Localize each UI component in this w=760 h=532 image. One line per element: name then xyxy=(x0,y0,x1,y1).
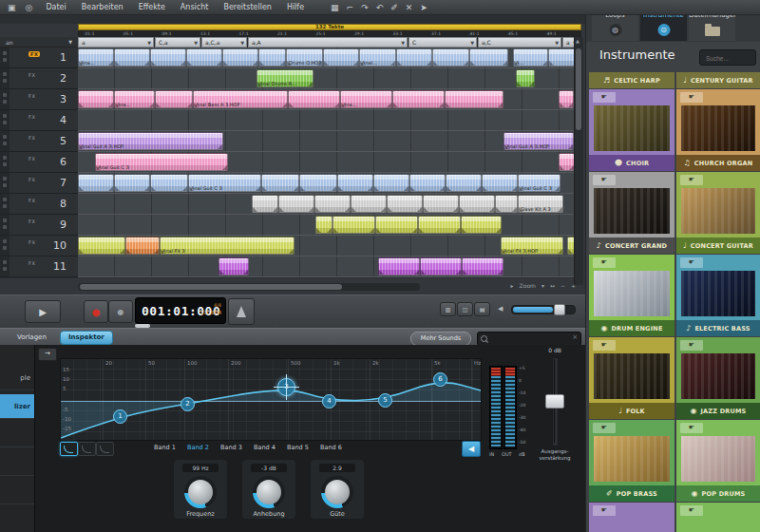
audio-clip[interactable] xyxy=(462,257,504,276)
mute-icon[interactable] xyxy=(3,177,7,180)
track-header-8[interactable]: FX8 xyxy=(0,194,78,215)
track-lane-4[interactable] xyxy=(78,110,581,131)
menu-item-hilfe[interactable]: Hilfe xyxy=(279,0,312,14)
bookmark-chip[interactable]: ☛ xyxy=(680,92,703,103)
audio-clip[interactable] xyxy=(373,174,409,192)
audio-clip[interactable] xyxy=(222,48,258,66)
track-lane-5[interactable]: Anal Guit A 3.HOPAnal Guit A 3.HOP xyxy=(78,131,581,152)
tab-vorlagen[interactable]: Vorlagen xyxy=(10,332,54,344)
track-header-5[interactable]: FX5 xyxy=(0,131,78,152)
chord-cell[interactable]: a,C▼ xyxy=(478,37,561,48)
band-tab-5[interactable]: Band 5 xyxy=(287,444,309,451)
band-tab-2[interactable]: Band 2 xyxy=(187,444,209,451)
audio-clip[interactable] xyxy=(218,257,249,276)
audio-clip[interactable] xyxy=(418,216,461,234)
solo-icon[interactable] xyxy=(3,100,7,104)
instrument-tile-pop-brass[interactable]: ☛✐POP BRASS xyxy=(589,420,674,502)
time-display[interactable]: 001:01:000 4/4 110 BPM xyxy=(135,297,226,324)
knob-frequenz[interactable] xyxy=(184,476,217,508)
audio-clip[interactable] xyxy=(150,48,186,66)
audio-clip[interactable]: Slave Kit A 3 xyxy=(518,195,563,213)
eq-node-6[interactable]: 6 xyxy=(433,372,447,387)
eq-node-5[interactable]: 5 xyxy=(378,393,392,408)
track-lane-6[interactable]: Anal Guit C 3 xyxy=(78,152,581,173)
fx-button[interactable]: FX xyxy=(28,177,35,182)
audio-clip[interactable] xyxy=(423,195,459,213)
instrument-tile-concert-guitar[interactable]: ☛♩CONCERT GUITAR xyxy=(676,172,760,254)
track-header-2[interactable]: FX2 xyxy=(0,68,78,89)
solo-icon[interactable] xyxy=(3,121,7,124)
track-header-1[interactable]: FX1 xyxy=(0,48,78,68)
fx-button[interactable]: FX xyxy=(28,198,35,203)
instrument-tile-church-organ[interactable]: ☛♫CHURCH ORGAN xyxy=(676,89,760,171)
eq-node-1[interactable]: 1 xyxy=(113,409,127,424)
solo-icon[interactable] xyxy=(3,142,7,145)
audio-clip[interactable] xyxy=(258,48,286,66)
mute-icon[interactable] xyxy=(3,260,7,264)
band-tab-4[interactable]: Band 4 xyxy=(254,444,276,451)
solo-icon[interactable] xyxy=(3,225,7,229)
audio-clip[interactable] xyxy=(446,174,482,192)
monitor-view-button[interactable]: ◫ xyxy=(457,302,473,316)
output-gain-handle[interactable] xyxy=(545,394,564,408)
track-header-7[interactable]: FX7 xyxy=(0,173,78,194)
menu-item-effekte[interactable]: Effekte xyxy=(131,0,173,14)
menu-item-ansicht[interactable]: Ansicht xyxy=(173,0,217,14)
solo-icon[interactable] xyxy=(3,58,7,62)
audio-clip[interactable]: Anal... xyxy=(359,48,396,66)
audio-clip[interactable] xyxy=(396,48,432,66)
knob-anhebung[interactable] xyxy=(253,476,285,508)
play-button[interactable]: ▶ xyxy=(25,300,61,323)
delete-tool-icon[interactable]: ✕ xyxy=(402,1,417,14)
instrument-tile-drum-engine[interactable]: ☛◉DRUM ENGINE xyxy=(589,255,674,336)
record-button[interactable]: ● xyxy=(84,300,108,323)
band-tab-1[interactable]: Band 1 xyxy=(154,444,176,451)
mute-icon[interactable] xyxy=(3,72,7,76)
draw-tool-icon[interactable]: ✐ xyxy=(387,1,402,14)
audio-clip[interactable]: Anal Guit C 3 xyxy=(95,153,228,171)
audio-clip[interactable] xyxy=(114,174,150,192)
audio-clip[interactable] xyxy=(252,195,278,213)
mute-icon[interactable] xyxy=(3,198,7,201)
audio-clip[interactable] xyxy=(516,69,535,87)
eq-node-4[interactable]: 4 xyxy=(322,394,336,408)
bookmark-chip[interactable]: ☛ xyxy=(593,175,616,185)
instrument-tile-partial[interactable]: ☛ xyxy=(589,503,674,532)
instrument-search-input[interactable] xyxy=(704,52,753,64)
track-header-10[interactable]: FX10 xyxy=(0,236,78,256)
zoom-prev-icon[interactable]: ▸ xyxy=(511,282,514,289)
audio-clip[interactable] xyxy=(78,174,114,192)
fx-button[interactable]: FX xyxy=(28,156,35,162)
audio-clip[interactable] xyxy=(432,48,469,66)
track-header-4[interactable]: FX4 xyxy=(0,110,78,131)
audio-clip[interactable]: A... xyxy=(513,48,548,66)
solo-icon[interactable] xyxy=(3,204,7,208)
audio-clip[interactable] xyxy=(559,153,575,171)
band-tab-6[interactable]: Band 6 xyxy=(320,444,342,451)
metronome-button[interactable] xyxy=(228,298,255,325)
mute-icon[interactable] xyxy=(3,135,7,139)
bookmark-chip[interactable]: ☛ xyxy=(593,92,616,103)
track-lane-10[interactable]: Anal FX 3Anal FX 3.HOP xyxy=(78,236,581,256)
solo-icon[interactable] xyxy=(3,162,7,166)
audio-clip[interactable]: Anal Guit C 3 xyxy=(188,174,261,192)
audio-clip[interactable] xyxy=(155,90,193,108)
bookmark-chip[interactable]: ☛ xyxy=(680,175,703,185)
audio-clip[interactable] xyxy=(332,216,375,234)
instrument-search-box[interactable] xyxy=(699,49,756,66)
fx-button[interactable]: FX xyxy=(28,51,40,57)
bookmark-chip[interactable]: ☛ xyxy=(593,423,616,433)
audio-clip[interactable] xyxy=(409,174,446,192)
audio-clip[interactable] xyxy=(495,195,518,213)
mute-icon[interactable] xyxy=(3,156,7,160)
track-header-9[interactable]: FX9 xyxy=(0,215,78,236)
audio-clip[interactable] xyxy=(445,90,504,108)
track-lane-9[interactable] xyxy=(78,215,581,236)
mute-icon[interactable] xyxy=(3,218,7,222)
track-header-11[interactable]: FX11 xyxy=(0,256,78,277)
instrument-tile-pop-drums[interactable]: ☛◉POP DRUMS xyxy=(676,420,760,502)
bookmark-chip[interactable]: ☛ xyxy=(593,257,616,268)
piano-roll-icon[interactable]: ▦ xyxy=(327,1,343,14)
audio-clip[interactable] xyxy=(482,174,518,192)
track-lane-7[interactable]: Anal Guit C 3Anal Guit C 3 xyxy=(78,173,581,194)
